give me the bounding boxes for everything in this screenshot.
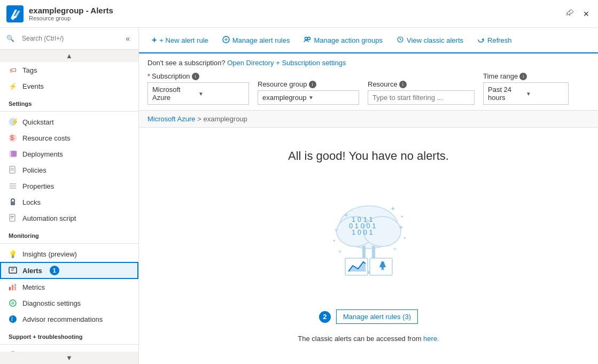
section-settings: Settings	[0, 94, 138, 109]
sidebar-item-insights[interactable]: 💡 Insights (preview)	[0, 246, 138, 262]
svg-rect-23	[12, 285, 13, 290]
resource-group-dropdown[interactable]: examplegroup ▼	[258, 90, 359, 105]
manage-action-groups-icon	[304, 36, 311, 45]
divider-support	[0, 344, 138, 345]
subscription-dropdown[interactable]: Microsoft Azure ▼	[147, 82, 249, 105]
no-alerts-title: All is good! You have no alerts.	[288, 149, 449, 163]
section-monitoring: Monitoring	[0, 226, 138, 241]
view-classic-alerts-button[interactable]: View classic alerts	[390, 33, 470, 48]
sidebar-item-policies[interactable]: Policies	[0, 162, 138, 178]
manage-alert-rules-button[interactable]: Manage alert rules	[216, 33, 297, 48]
toolbar: + + New alert rule Manage alert rules Ma…	[139, 28, 598, 53]
time-range-info-icon[interactable]: i	[519, 73, 527, 80]
main-layout: 🔍 « ▲ 🏷 Tags ⚡ Events Settings ⚡	[0, 28, 598, 364]
alerts-badge: 1	[50, 266, 59, 275]
sidebar-items-list: 🏷 Tags ⚡ Events Settings ⚡ Quickstart	[0, 62, 138, 352]
sidebar-scroll-down-button[interactable]: ▼	[0, 352, 138, 364]
window-subtitle: Resource group	[29, 15, 113, 21]
filter-group-time-range: Time range i Past 24 hours ▼	[483, 72, 569, 105]
resource-info-icon[interactable]: i	[399, 81, 407, 88]
resource-group-info-icon[interactable]: i	[309, 81, 316, 88]
manage-action-groups-button[interactable]: Manage action groups	[297, 33, 389, 48]
sidebar-item-support[interactable]: New support request	[0, 347, 138, 352]
sidebar-item-automation[interactable]: Automation script	[0, 210, 138, 226]
required-star: *	[147, 72, 150, 80]
azure-icon	[6, 5, 24, 22]
breadcrumb-parent-link[interactable]: Microsoft Azure	[147, 115, 196, 123]
classic-link[interactable]: here.	[423, 335, 439, 343]
sidebar-scroll-up-button[interactable]: ▲	[0, 50, 138, 62]
advisor-icon: i	[9, 315, 17, 323]
manage-alert-rules-label: Manage alert rules	[232, 36, 290, 44]
locks-icon	[9, 198, 17, 206]
refresh-button[interactable]: Refresh	[471, 33, 518, 48]
open-directory-link[interactable]: Open Directory + Subscription settings	[227, 59, 346, 67]
time-range-label: Time range i	[483, 72, 569, 80]
filter-group-resource-group: Resource group i examplegroup ▼	[258, 80, 359, 105]
sidebar-label-diagnostic: Diagnostic settings	[22, 299, 81, 307]
automation-icon	[9, 214, 17, 222]
time-range-dropdown[interactable]: Past 24 hours ▼	[483, 82, 569, 105]
sidebar-item-tags[interactable]: 🏷 Tags	[0, 62, 138, 78]
svg-rect-24	[14, 284, 16, 290]
sidebar-item-events[interactable]: ⚡ Events	[0, 78, 138, 94]
view-classic-alerts-icon	[397, 36, 404, 45]
window-title: examplegroup - Alerts	[29, 6, 113, 15]
close-button[interactable]: ✕	[581, 6, 592, 21]
time-range-value: Past 24 hours	[488, 86, 526, 102]
resource-costs-icon: $	[9, 134, 17, 142]
sidebar-label-events: Events	[22, 82, 44, 90]
time-range-chevron: ▼	[526, 91, 564, 97]
sidebar-label-resource-costs: Resource costs	[22, 134, 71, 142]
sidebar-label-deployments: Deployments	[22, 150, 63, 158]
new-alert-rule-button[interactable]: + + New alert rule	[145, 32, 215, 48]
svg-text:✦: ✦	[390, 205, 396, 213]
sidebar-item-advisor[interactable]: i Advisor recommendations	[0, 311, 138, 327]
sidebar-item-properties[interactable]: Properties	[0, 178, 138, 194]
section-support: Support + troubleshooting	[0, 327, 138, 342]
title-bar-left: examplegroup - Alerts Resource group	[6, 5, 113, 22]
alerts-icon	[9, 266, 17, 275]
sidebar-item-deployments[interactable]: ▦ Deployments	[0, 146, 138, 162]
sidebar-label-advisor: Advisor recommendations	[22, 315, 103, 323]
manage-alert-rules-link-button[interactable]: Manage alert rules (3)	[336, 309, 418, 324]
divider-settings	[0, 111, 138, 112]
filter-group-subscription: * Subscription i Microsoft Azure ▼	[147, 72, 249, 105]
search-input[interactable]	[18, 33, 120, 44]
sidebar-label-policies: Policies	[22, 166, 46, 174]
sidebar-item-locks[interactable]: Locks	[0, 194, 138, 210]
subscription-info-icon[interactable]: i	[192, 73, 199, 80]
resource-label: Resource i	[368, 80, 475, 88]
sidebar-label-insights: Insights (preview)	[22, 250, 77, 258]
sidebar-collapse-button[interactable]: «	[123, 32, 132, 45]
new-alert-rule-label: + New alert rule	[159, 36, 208, 44]
svg-text:$: $	[10, 134, 14, 142]
sidebar-label-metrics: Metrics	[22, 283, 45, 291]
svg-text:•: •	[401, 213, 403, 221]
sidebar-item-quickstart[interactable]: ⚡ Quickstart	[0, 114, 138, 130]
svg-text:▦: ▦	[11, 150, 17, 157]
insights-icon: 💡	[9, 250, 17, 258]
sidebar-label-automation: Automation script	[22, 214, 76, 222]
subscription-value: Microsoft Azure	[152, 86, 198, 102]
sidebar-label-tags: Tags	[22, 66, 37, 74]
resource-group-chevron: ▼	[308, 95, 354, 100]
manage-link-badge: 2	[319, 311, 331, 323]
svg-point-34	[308, 37, 310, 40]
breadcrumb-separator: >	[197, 115, 203, 123]
deployments-icon: ▦	[9, 150, 17, 158]
svg-text:✦: ✦	[343, 211, 349, 219]
main-content: All is good! You have no alerts. 1 0 1 1…	[139, 128, 598, 364]
manage-link-row: 2 Manage alert rules (3)	[319, 309, 418, 324]
sidebar-item-diagnostic[interactable]: Diagnostic settings	[0, 295, 138, 311]
sidebar-item-alerts[interactable]: Alerts 1	[0, 262, 138, 279]
sidebar-item-metrics[interactable]: Metrics	[0, 279, 138, 295]
title-bar-title: examplegroup - Alerts Resource group	[29, 6, 113, 21]
pin-button[interactable]	[564, 6, 577, 21]
divider-monitoring	[0, 243, 138, 244]
properties-icon	[9, 182, 17, 190]
svg-marker-35	[481, 38, 484, 40]
resource-group-label: Resource group i	[258, 80, 359, 88]
resource-input[interactable]	[368, 90, 475, 105]
sidebar-item-resource-costs[interactable]: $ Resource costs	[0, 130, 138, 146]
